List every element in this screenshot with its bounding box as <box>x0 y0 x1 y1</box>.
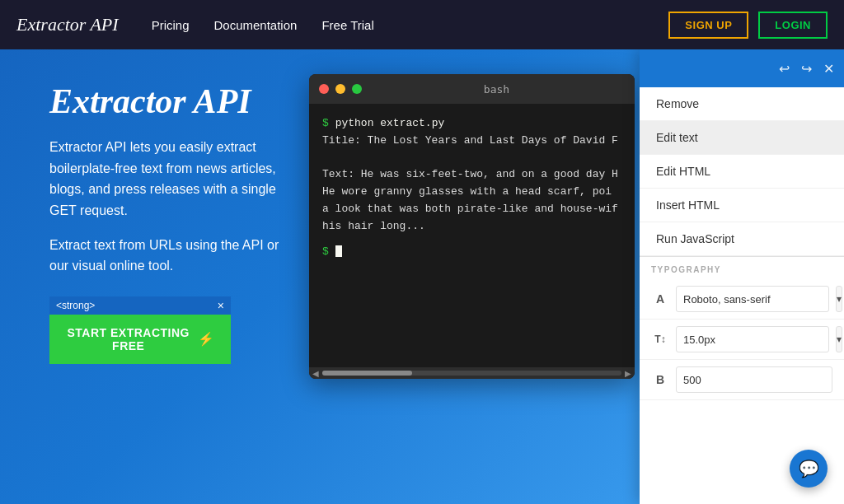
terminal-cursor-line: $ <box>322 244 621 261</box>
context-menu-remove[interactable]: Remove <box>640 87 844 121</box>
font-size-input[interactable] <box>676 326 829 352</box>
hero-description-1: Extractor API lets you easily extract bo… <box>49 137 297 221</box>
panel-forward-button[interactable]: ↪ <box>801 61 812 77</box>
lightning-icon: ⚡ <box>198 331 215 347</box>
scroll-left-arrow[interactable]: ◀ <box>312 369 319 378</box>
right-panel: ↩ ↪ ✕ Remove Edit text Edit HTML Insert … <box>640 49 844 504</box>
font-weight-icon: B <box>651 373 669 386</box>
cta-button[interactable]: START EXTRACTING FREE ⚡ <box>49 315 231 364</box>
cta-wrapper: <strong> × START EXTRACTING FREE ⚡ <box>49 296 231 364</box>
terminal-output-2: Text: He was six-feet-two, and on a good… <box>322 166 621 184</box>
terminal-output-1: Title: The Lost Years and Last Days of D… <box>322 133 621 150</box>
typography-weight-row: B <box>640 360 844 400</box>
context-menu-edit-html[interactable]: Edit HTML <box>640 155 844 189</box>
terminal-prompt-2: $ <box>322 245 329 258</box>
hero-title: Extractor API <box>49 82 297 120</box>
scroll-right-arrow[interactable]: ▶ <box>625 369 631 378</box>
font-size-dropdown-button[interactable]: ▾ <box>836 326 842 352</box>
terminal-scrollbar: ◀ ▶ <box>309 367 635 379</box>
terminal-dot-red <box>319 84 329 94</box>
site-logo: Extractor API <box>16 14 119 35</box>
nav-pricing[interactable]: Pricing <box>152 18 190 32</box>
context-menu-edit-text[interactable]: Edit text <box>640 121 844 155</box>
terminal-dot-green <box>352 84 362 94</box>
font-weight-input[interactable] <box>676 366 832 393</box>
prompt-symbol: $ <box>322 117 329 129</box>
font-family-icon: A <box>651 292 669 306</box>
login-button[interactable]: LOGIN <box>758 12 828 39</box>
terminal-output-3: He wore granny glasses with a head scarf… <box>322 184 621 201</box>
main-area: Extractor API Extractor API lets you eas… <box>0 49 844 504</box>
terminal-cursor <box>335 245 342 257</box>
cta-tag: <strong> × <box>49 296 231 315</box>
signup-button[interactable]: SIGN UP <box>668 12 748 39</box>
terminal-output-5: his hair long... <box>322 218 621 236</box>
terminal-output-4: a look that was both pirate-like and hou… <box>322 201 621 218</box>
terminal-command-line: $ python extract.py <box>322 115 621 133</box>
hero-description-2: Extract text from URLs using the API or … <box>49 235 297 277</box>
nav-free-trial[interactable]: Free Trial <box>321 18 373 32</box>
typography-font-row: A ▾ <box>640 279 844 320</box>
scroll-track <box>322 371 621 376</box>
context-menu: Remove Edit text Edit HTML Insert HTML R… <box>640 87 844 257</box>
typography-size-row: T↕ ▾ <box>640 320 844 360</box>
terminal-output-blank <box>322 150 621 167</box>
terminal-body: $ python extract.py Title: The Lost Year… <box>309 104 635 272</box>
font-family-dropdown-button[interactable]: ▾ <box>836 286 842 312</box>
cta-tag-close-icon[interactable]: × <box>218 299 224 312</box>
nav-documentation[interactable]: Documentation <box>213 18 297 32</box>
panel-close-button[interactable]: ✕ <box>823 61 834 77</box>
hero-section: Extractor API Extractor API lets you eas… <box>49 82 297 364</box>
panel-back-button[interactable]: ↩ <box>779 61 790 77</box>
chat-icon: 💬 <box>799 459 819 478</box>
context-menu-insert-html[interactable]: Insert HTML <box>640 189 844 222</box>
terminal-titlebar: bash <box>309 74 635 104</box>
context-menu-run-js[interactable]: Run JavaScript <box>640 222 844 256</box>
terminal-title: bash <box>484 83 509 96</box>
font-family-input[interactable] <box>676 286 829 312</box>
scroll-thumb <box>322 371 412 376</box>
terminal-dot-yellow <box>335 84 345 94</box>
navbar: Extractor API Pricing Documentation Free… <box>0 0 844 49</box>
terminal-command: python extract.py <box>335 117 445 129</box>
chat-bubble-button[interactable]: 💬 <box>790 450 828 488</box>
cta-tag-text: <strong> <box>56 300 95 311</box>
typography-section-label: TYPOGRAPHY <box>640 257 844 279</box>
font-size-icon: T↕ <box>651 334 669 345</box>
terminal-window: bash $ python extract.py Title: The Lost… <box>309 74 635 379</box>
panel-topbar: ↩ ↪ ✕ <box>640 49 844 87</box>
navbar-actions: SIGN UP LOGIN <box>668 12 828 39</box>
cta-button-label: START EXTRACTING FREE <box>66 326 191 352</box>
